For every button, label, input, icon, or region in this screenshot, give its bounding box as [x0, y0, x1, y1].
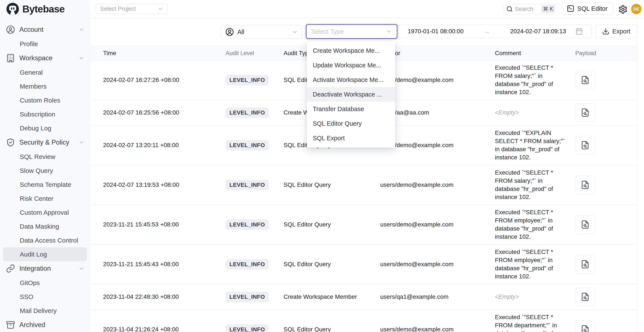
type-dropdown-menu: Create Workspace Me...Update Workspace M… [307, 41, 395, 148]
cell-time: 2023-11-21 15:45:43 +08:00 [90, 257, 226, 271]
type-filter-select[interactable]: Select Type [306, 24, 398, 39]
table-row: 2023-11-04 21:26:24 +08:00LEVEL_INFOSQL … [90, 310, 637, 332]
level-badge: LEVEL_INFO [226, 180, 269, 190]
cell-creator: users/demo@example.com [380, 178, 495, 192]
level-badge: LEVEL_INFO [226, 324, 269, 332]
sql-editor-label: SQL Editor [578, 5, 608, 12]
project-select-value: Select Project [100, 5, 136, 12]
table-row: 2023-11-21 15:45:53 +08:00LEVEL_INFOSQL … [90, 205, 637, 244]
avatar[interactable]: DE [631, 4, 642, 14]
chevron-down-icon [158, 6, 163, 11]
payload-view-button[interactable] [575, 320, 595, 332]
payload-view-button[interactable] [575, 176, 595, 194]
sidebar-item-data-masking[interactable]: Data Masking [0, 219, 90, 233]
link-icon [6, 264, 15, 273]
type-menu-item-sql-editor-query[interactable]: SQL Editor Query [307, 116, 395, 131]
topbar: Bytebase Select Project Search ⌘ K SQL E… [0, 0, 644, 18]
sidebar-nav: AccountProfileWorkspaceGeneralMembersCus… [0, 22, 90, 332]
type-menu-item-transfer-database[interactable]: Transfer Database [307, 102, 395, 116]
file-search-icon [581, 220, 590, 229]
sidebar-item-integration[interactable]: Integration [0, 261, 90, 276]
search-input[interactable]: Search ⌘ K [503, 4, 558, 14]
gear-icon[interactable] [618, 5, 628, 14]
chevron-down-icon [78, 55, 84, 61]
cell-audit-level: LEVEL_INFO [226, 104, 284, 121]
sidebar-item-subscription[interactable]: Subscription [0, 107, 90, 121]
type-menu-item-create-workspace-me[interactable]: Create Workspace Me... [307, 43, 395, 58]
cell-creator: users/demo@example.com [380, 218, 495, 231]
column-header-time: Time [90, 50, 226, 57]
sidebar-item-label: Mail Delivery [20, 307, 90, 315]
sidebar-item-risk-center[interactable]: Risk Center [0, 191, 90, 205]
archive-icon [6, 321, 15, 330]
sidebar-item-custom-approval[interactable]: Custom Approval [0, 205, 90, 219]
sidebar-item-debug-log[interactable]: Debug Log [0, 121, 90, 135]
sidebar-item-data-access-control[interactable]: Data Access Control [0, 233, 90, 247]
sidebar-item-archived[interactable]: Archived [0, 318, 90, 332]
sql-editor-button[interactable]: SQL Editor [561, 2, 613, 14]
cell-creator: users/qa1@example.com [380, 290, 495, 304]
cell-time: 2024-02-07 16:27:26 +08:00 [90, 73, 226, 87]
actor-filter-select[interactable]: All [221, 25, 302, 39]
date-from[interactable]: 1970-01-01 08:00:00 [408, 28, 464, 35]
payload-view-button[interactable] [575, 288, 595, 306]
sidebar-item-mail-delivery[interactable]: Mail Delivery [0, 304, 90, 318]
export-button[interactable]: Export [595, 25, 637, 38]
cell-comment: Executed `"EXPLAIN SELECT * FROM salary;… [495, 126, 575, 165]
sidebar-item-general[interactable]: General [0, 65, 90, 79]
level-badge: LEVEL_INFO [226, 140, 269, 151]
file-search-icon [581, 75, 590, 85]
date-range-picker[interactable]: 1970-01-01 08:00:00 → 2024-02-07 18:09:1… [399, 25, 592, 38]
cell-audit-level: LEVEL_INFO [226, 137, 284, 154]
cell-payload [575, 67, 637, 93]
cell-audit-level: LEVEL_INFO [226, 256, 284, 273]
search-shortcut-badge: ⌘ K [541, 5, 555, 13]
sidebar-item-gitops[interactable]: GitOps [0, 276, 90, 290]
type-menu-item-deactivate-workspace[interactable]: Deactivate Workspace ... [307, 87, 395, 102]
cell-audit-type: SQL Editor Query [284, 323, 380, 332]
search-icon [506, 6, 513, 12]
sidebar-item-label: Custom Roles [20, 97, 90, 104]
sidebar-item-label: SSO [20, 293, 90, 301]
payload-view-button[interactable] [575, 103, 595, 122]
sidebar-item-audit-log[interactable]: Audit Log [3, 247, 87, 261]
sidebar-item-slow-query[interactable]: Slow Query [0, 164, 90, 177]
cell-comment: Executed `"SELECT * FROM salary;"` in da… [495, 165, 575, 205]
payload-view-button[interactable] [575, 71, 595, 89]
payload-view-button[interactable] [575, 215, 595, 234]
column-header-audit-level: Audit Level [226, 50, 284, 57]
sidebar-item-label: Data Masking [20, 223, 90, 230]
sidebar-item-label: Custom Approval [20, 209, 90, 216]
date-to[interactable]: 2024-02-07 18:09:13 [510, 28, 566, 35]
table-row: 2023-11-21 15:45:43 +08:00LEVEL_INFOSQL … [90, 244, 637, 284]
type-menu-item-sql-export[interactable]: SQL Export [307, 131, 395, 146]
sidebar-item-schema-template[interactable]: Schema Template [0, 177, 90, 191]
project-select[interactable]: Select Project [96, 4, 168, 14]
sidebar-item-security-policy[interactable]: Security & Policy [0, 135, 90, 150]
type-menu-item-update-workspace-me[interactable]: Update Workspace Me... [307, 58, 395, 72]
type-menu-item-activate-workspace-me[interactable]: Activate Workspace Me... [307, 72, 395, 87]
sidebar-item-sso[interactable]: SSO [0, 290, 90, 304]
brand: Bytebase [0, 0, 90, 18]
cell-creator: users/demo@example.com [380, 257, 495, 271]
building-icon [6, 54, 15, 63]
cell-audit-level: LEVEL_INFO [226, 216, 284, 233]
chevron-down-icon [78, 139, 84, 146]
cell-audit-type: Create Workspace Member [284, 290, 380, 304]
payload-view-button[interactable] [575, 255, 595, 273]
sidebar-item-members[interactable]: Members [0, 79, 90, 93]
type-filter-placeholder: Select Type [311, 28, 386, 35]
cell-comment: <Empty> [495, 105, 575, 120]
user-circle-icon [6, 25, 15, 34]
export-label: Export [612, 28, 630, 35]
sidebar-item-workspace[interactable]: Workspace [0, 51, 90, 65]
sidebar-item-account[interactable]: Account [0, 22, 90, 37]
sidebar-item-profile[interactable]: Profile [0, 37, 90, 51]
download-icon [602, 28, 610, 35]
cell-comment: Executed `"SELECT * FROM department;"` i… [495, 310, 575, 332]
sidebar-item-sql-review[interactable]: SQL Review [0, 150, 90, 164]
sidebar-item-label: Integration [19, 265, 74, 272]
sidebar-item-custom-roles[interactable]: Custom Roles [0, 93, 90, 107]
payload-view-button[interactable] [575, 136, 595, 155]
column-header-comment: Comment [495, 49, 575, 57]
